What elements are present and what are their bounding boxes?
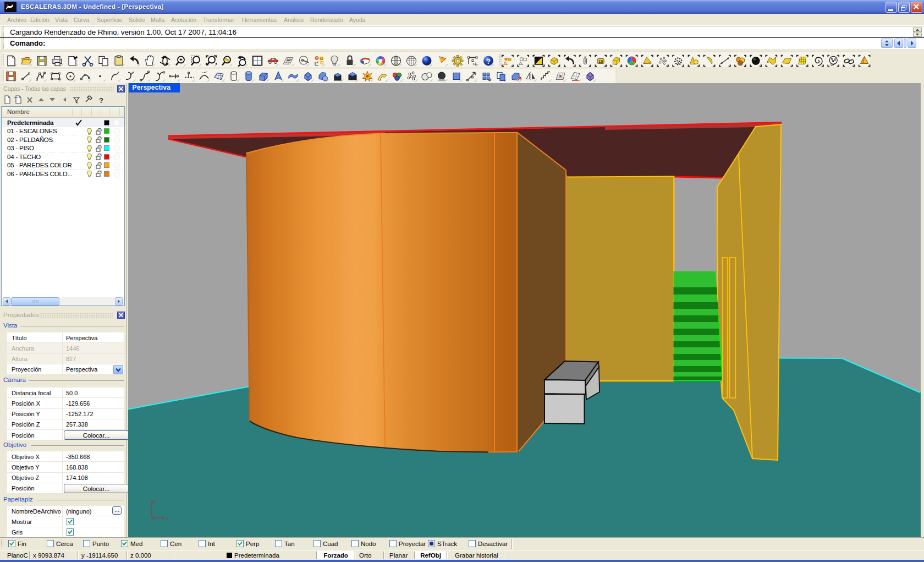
svg-text:x: x [166, 515, 169, 521]
svg-text:10: 10 [598, 59, 603, 64]
svg-text:z: z [153, 498, 156, 504]
svg-text:?: ? [486, 57, 491, 66]
svg-text:y: y [152, 515, 155, 521]
svg-text:?: ? [99, 96, 103, 105]
